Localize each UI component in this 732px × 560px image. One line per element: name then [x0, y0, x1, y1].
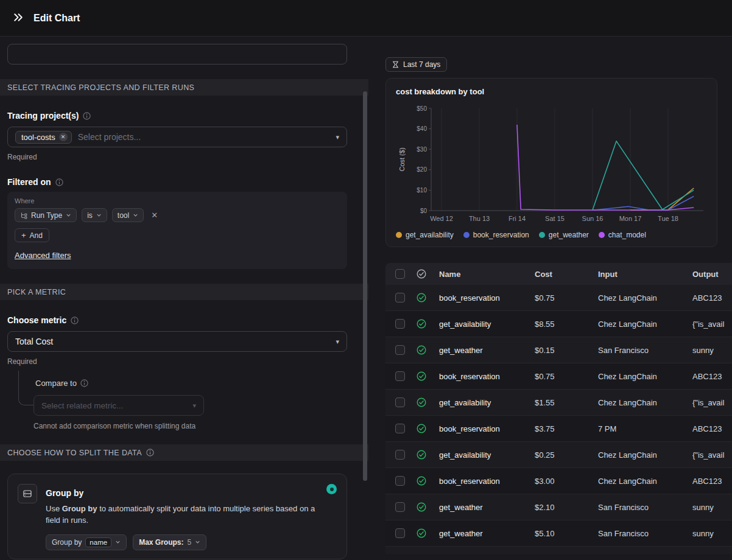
metric-select[interactable]: Total Cost ▾: [7, 331, 347, 352]
legend-item[interactable]: get_availability: [396, 231, 454, 239]
cost-line-chart: Wed 12Thu 13Fri 14Sat 15Sun 16Mon 17Tue …: [396, 101, 708, 226]
chart-title-input[interactable]: [7, 44, 347, 65]
run-input: 7 PM: [598, 424, 692, 433]
table-row[interactable]: book_reservation$3.757 PMABC123: [385, 416, 732, 442]
run-cost: $2.10: [535, 503, 598, 512]
table-row[interactable]: book_reservation$0.75Chez LangChainABC12…: [385, 363, 732, 390]
svg-text:Sat 15: Sat 15: [545, 215, 565, 222]
column-header-name[interactable]: Name: [439, 270, 535, 279]
table-row[interactable]: book_reservation$3.00Chez LangChainABC12…: [385, 468, 732, 494]
table-header: Name Cost Input Output: [385, 263, 732, 285]
column-header-output[interactable]: Output: [692, 270, 732, 279]
run-input: San Francisco: [598, 503, 692, 512]
tree-connector: [18, 371, 33, 405]
legend-item[interactable]: get_weather: [539, 231, 589, 239]
chart-config-panel: SELECT TRACING PROJECTS AND FILTER RUNS …: [0, 37, 368, 560]
table-row[interactable]: get_weather$0.15San Franciscosunny: [385, 337, 732, 363]
success-status-icon: [416, 528, 439, 539]
legend-item[interactable]: chat_model: [599, 231, 646, 239]
run-cost: $0.25: [535, 450, 598, 460]
column-header-cost[interactable]: Cost: [535, 270, 598, 279]
table-row-partial: [385, 547, 732, 554]
run-input: San Francisco: [598, 346, 692, 355]
chart-preview-panel: Last 7 days cost breakdown by tool Wed 1…: [368, 37, 732, 560]
svg-text:Tue 18: Tue 18: [658, 215, 678, 222]
run-output: ABC123: [692, 372, 732, 381]
row-checkbox[interactable]: [395, 397, 405, 407]
time-range-button[interactable]: Last 7 days: [385, 57, 447, 72]
run-input: Chez LangChain: [598, 477, 692, 486]
svg-text:$10: $10: [417, 187, 427, 194]
svg-text:$20: $20: [417, 166, 427, 173]
svg-text:$0: $0: [420, 208, 428, 214]
run-cost: $5.10: [535, 529, 598, 538]
add-and-condition-button[interactable]: + And: [15, 228, 49, 242]
run-input: Chez LangChain: [598, 293, 692, 303]
run-input: Chez LangChain: [598, 450, 692, 460]
run-input: Chez LangChain: [598, 398, 692, 407]
row-checkbox[interactable]: [395, 502, 405, 512]
compare-to-section: Compare to Select related metric... ▾ Ca…: [0, 371, 368, 431]
run-type-icon: [20, 212, 27, 219]
chevron-down-icon: ▾: [336, 338, 339, 345]
chevron-down-icon: [195, 539, 200, 545]
table-row[interactable]: get_availability$0.25Chez LangChain{"is_…: [385, 442, 732, 468]
table-row[interactable]: book_reservation$0.75Chez LangChainABC12…: [385, 285, 732, 311]
group-by-card[interactable]: Group by Use Group by to automatically s…: [7, 474, 347, 559]
remove-project-icon[interactable]: ✕: [59, 133, 68, 141]
row-checkbox[interactable]: [395, 476, 405, 486]
runs-table-body: book_reservation$0.75Chez LangChainABC12…: [385, 285, 732, 554]
table-row[interactable]: get_availability$8.55Chez LangChain{"is_…: [385, 311, 732, 337]
row-checkbox[interactable]: [395, 319, 405, 329]
success-status-icon: [416, 345, 439, 355]
run-output: {"is_avail: [692, 320, 732, 329]
section-header-metric: PICK A METRIC: [0, 284, 368, 300]
legend-item[interactable]: book_reservation: [463, 231, 529, 239]
projects-select[interactable]: tool-costs ✕ Select projects... ▾: [7, 127, 347, 147]
group-rows-icon: [18, 484, 37, 503]
filter-value-select[interactable]: tool: [112, 208, 144, 222]
row-checkbox[interactable]: [395, 424, 405, 433]
page-title: Edit Chart: [33, 13, 80, 24]
project-chip[interactable]: tool-costs ✕: [15, 131, 72, 144]
row-checkbox[interactable]: [395, 293, 405, 303]
legend-color-dot: [463, 232, 470, 238]
tracing-projects-label: Tracing project(s): [7, 111, 79, 121]
left-panel-scrollbar[interactable]: [363, 91, 367, 481]
group-by-radio-selected[interactable]: [326, 484, 337, 494]
group-by-field-select[interactable]: Group by name: [46, 534, 127, 550]
table-row[interactable]: get_weather$5.10San Franciscosunny: [385, 520, 732, 547]
info-icon[interactable]: [83, 112, 91, 120]
table-row[interactable]: get_weather$2.10San Franciscosunny: [385, 494, 732, 520]
column-header-input[interactable]: Input: [598, 270, 692, 279]
collapse-panel-button[interactable]: [12, 12, 24, 25]
table-row[interactable]: get_availability$1.55Chez LangChain{"is_…: [385, 390, 732, 416]
info-icon[interactable]: [71, 317, 79, 324]
row-checkbox[interactable]: [395, 345, 405, 355]
svg-text:Cost ($): Cost ($): [398, 147, 406, 171]
edit-chart-app: Edit Chart SELECT TRACING PROJECTS AND F…: [0, 0, 732, 560]
remove-filter-button[interactable]: ✕: [149, 209, 160, 221]
advanced-filters-link[interactable]: Advanced filters: [15, 251, 71, 260]
row-checkbox[interactable]: [395, 528, 405, 538]
filter-operator-select[interactable]: is: [82, 208, 107, 222]
legend-label: book_reservation: [473, 231, 529, 239]
run-name: get_availability: [439, 450, 535, 460]
section-header-projects: SELECT TRACING PROJECTS AND FILTER RUNS: [0, 79, 368, 96]
filter-field-select[interactable]: Run Type: [15, 208, 77, 222]
max-groups-select[interactable]: Max Groups: 5: [133, 534, 206, 550]
svg-text:$50: $50: [417, 105, 427, 112]
info-icon[interactable]: [55, 178, 63, 186]
run-cost: $1.55: [535, 398, 598, 407]
run-name: get_availability: [439, 398, 535, 407]
info-icon[interactable]: [80, 379, 88, 387]
row-checkbox[interactable]: [395, 450, 405, 460]
row-checkbox[interactable]: [395, 371, 405, 381]
run-cost: $3.00: [535, 477, 598, 486]
chevron-down-icon: [66, 212, 71, 218]
run-output: ABC123: [692, 477, 732, 486]
run-cost: $8.55: [535, 320, 598, 329]
info-icon[interactable]: [146, 449, 154, 457]
select-all-checkbox[interactable]: [395, 269, 405, 279]
run-name: get_weather: [439, 346, 535, 355]
